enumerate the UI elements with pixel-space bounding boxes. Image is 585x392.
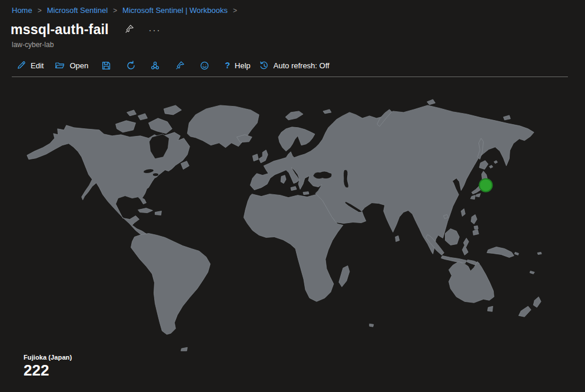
breadcrumb-sentinel-workbooks[interactable]: Microsoft Sentinel | Workbooks — [122, 6, 228, 15]
land-nz-south-island — [518, 306, 531, 317]
open-label: Open — [69, 61, 88, 70]
marker-readout: Fujioka (Japan) 222 — [24, 354, 72, 380]
land-mindanao — [473, 230, 478, 235]
land-java — [441, 255, 467, 263]
land-great-britain — [259, 150, 268, 163]
land-fiji — [537, 252, 541, 254]
land-madagascar — [339, 265, 350, 287]
community-icon — [150, 61, 160, 71]
help-label: Help — [235, 61, 251, 70]
land-solomons — [514, 252, 518, 255]
land-kuril — [494, 161, 497, 164]
land-ireland — [252, 154, 258, 161]
land-franz-josef — [323, 109, 331, 114]
folder-icon — [55, 61, 65, 70]
lake-huron — [152, 173, 158, 177]
save-icon — [101, 61, 111, 71]
question-mark-icon: ? — [225, 61, 230, 70]
land-sulawesi — [462, 238, 468, 255]
pin-button[interactable] — [175, 61, 185, 70]
land-crete — [303, 192, 309, 195]
workspace-subtitle: law-cyber-lab — [12, 41, 54, 49]
workbook-toolbar: Edit Open — [0, 58, 585, 73]
land-kyushu — [470, 195, 475, 200]
land-south-america — [131, 234, 211, 335]
breadcrumb-separator: > — [113, 6, 117, 15]
land-hokkaido — [479, 161, 488, 170]
world-map-panel[interactable] — [0, 77, 585, 392]
breadcrumb: Home > Microsoft Sentinel > Microsoft Se… — [12, 6, 237, 15]
title-row: mssql-auth-fail ··· — [11, 22, 161, 38]
auto-refresh-button[interactable]: Auto refresh: Off — [259, 61, 330, 71]
land-taiwan — [461, 209, 465, 217]
edit-label: Edit — [31, 61, 44, 70]
land-sicily — [291, 187, 297, 191]
marker-value: 222 — [24, 361, 72, 380]
breadcrumb-home[interactable]: Home — [12, 6, 32, 15]
land-kuril — [489, 165, 493, 168]
land-nz-north-island — [533, 297, 541, 307]
save-button[interactable] — [101, 61, 111, 71]
community-templates-button[interactable] — [150, 61, 160, 71]
land-hispaniola — [155, 211, 161, 215]
land-shikoku — [476, 194, 480, 197]
pin-icon — [125, 24, 134, 36]
landmasses — [27, 99, 541, 351]
land-cuba — [138, 208, 152, 213]
refresh-icon — [126, 61, 136, 71]
land-kerguelen — [370, 324, 374, 327]
breadcrumb-microsoft-sentinel[interactable]: Microsoft Sentinel — [47, 6, 108, 15]
land-baffin-island — [148, 118, 172, 134]
sea-black-sea — [313, 171, 332, 179]
land-victoria-island — [116, 121, 136, 132]
feedback-button[interactable] — [200, 61, 210, 71]
page-title: mssql-auth-fail — [11, 22, 109, 38]
land-ellesmere — [164, 105, 181, 115]
smiley-icon — [200, 61, 210, 71]
pin-workbook-button[interactable] — [125, 24, 134, 36]
more-options-button[interactable]: ··· — [149, 27, 161, 33]
land-new-guinea — [487, 247, 514, 257]
pencil-icon — [16, 61, 26, 70]
land-visayas — [474, 226, 478, 230]
auto-refresh-label: Auto refresh: Off — [274, 61, 330, 70]
history-clock-icon — [259, 61, 269, 71]
edit-button[interactable]: Edit — [16, 61, 44, 70]
help-button[interactable]: ? Help — [225, 61, 250, 70]
world-map — [0, 77, 585, 392]
land-arctic-island — [127, 110, 137, 116]
map-marker-fujioka[interactable] — [479, 179, 492, 192]
land-wrangel — [503, 115, 510, 120]
land-new-caledonia — [530, 271, 534, 274]
breadcrumb-separator: > — [38, 6, 42, 15]
land-australia — [449, 261, 494, 303]
land-sardinia — [281, 175, 286, 184]
pushpin-icon — [175, 61, 185, 70]
land-borneo — [446, 229, 460, 245]
land-luzon — [471, 215, 477, 224]
land-severnaya-zemlya — [427, 99, 436, 105]
land-arctic-island — [138, 114, 147, 120]
land-newfoundland — [181, 161, 189, 170]
marker-location-label: Fujioka (Japan) — [24, 354, 72, 361]
open-button[interactable]: Open — [55, 61, 88, 70]
land-scandinavia — [278, 127, 315, 151]
land-svalbard — [285, 111, 303, 120]
land-falklands — [181, 347, 187, 351]
land-sri-lanka — [395, 235, 400, 241]
refresh-button[interactable] — [126, 61, 136, 71]
breadcrumb-separator: > — [233, 6, 237, 15]
land-tasmania — [487, 306, 493, 311]
